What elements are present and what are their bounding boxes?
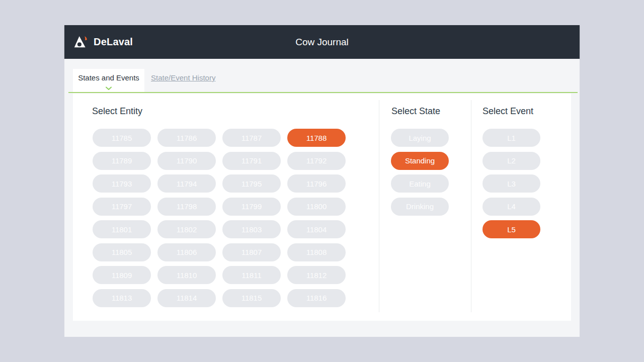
event-button-l5[interactable]: L5 <box>482 220 540 238</box>
state-button-standing[interactable]: Standing <box>391 152 449 170</box>
entity-button-11804[interactable]: 11804 <box>287 220 346 238</box>
event-button-l1[interactable]: L1 <box>482 129 540 147</box>
entity-button-11790[interactable]: 11790 <box>157 152 216 170</box>
entity-button-11815[interactable]: 11815 <box>222 289 281 307</box>
state-button-eating[interactable]: Eating <box>391 174 449 193</box>
entity-button-11810[interactable]: 11810 <box>157 266 216 284</box>
entity-button-11791[interactable]: 11791 <box>222 152 281 170</box>
state-button-drinking[interactable]: Drinking <box>391 198 449 216</box>
column-divider <box>471 100 471 312</box>
entity-grid: 1178511786117871178811789117901179111792… <box>93 129 346 307</box>
entity-button-11813[interactable]: 11813 <box>93 289 151 307</box>
entity-button-11814[interactable]: 11814 <box>157 289 216 307</box>
entity-button-11794[interactable]: 11794 <box>157 174 216 193</box>
entity-button-11803[interactable]: 11803 <box>222 220 281 238</box>
tab-bar: States and Events State/Event History <box>64 59 580 93</box>
entity-button-11802[interactable]: 11802 <box>157 220 216 238</box>
app-window: DeLaval Cow Journal States and Events St… <box>64 25 580 337</box>
column-divider <box>379 100 379 312</box>
state-button-laying[interactable]: Laying <box>391 129 449 147</box>
content-card: Select Entity 11785117861178711788117891… <box>73 94 571 321</box>
entity-button-11812[interactable]: 11812 <box>287 266 346 284</box>
entity-button-11788[interactable]: 11788 <box>287 129 346 147</box>
tab-underline <box>68 92 578 93</box>
chevron-down-icon <box>73 83 144 93</box>
select-event-title: Select Event <box>482 106 533 117</box>
entity-button-11816[interactable]: 11816 <box>287 289 346 307</box>
entity-button-11799[interactable]: 11799 <box>222 198 281 216</box>
entity-button-11786[interactable]: 11786 <box>157 129 216 147</box>
entity-button-11809[interactable]: 11809 <box>93 266 151 284</box>
entity-button-11787[interactable]: 11787 <box>222 129 281 147</box>
state-list: LayingStandingEatingDrinking <box>391 129 449 216</box>
entity-button-11797[interactable]: 11797 <box>93 198 151 216</box>
entity-button-11811[interactable]: 11811 <box>222 266 281 284</box>
select-entity-title: Select Entity <box>92 106 142 117</box>
event-list: L1L2L3L4L5 <box>482 129 540 238</box>
app-header: DeLaval Cow Journal <box>64 25 580 59</box>
entity-button-11785[interactable]: 11785 <box>93 129 151 147</box>
entity-button-11796[interactable]: 11796 <box>287 174 346 193</box>
entity-button-11792[interactable]: 11792 <box>287 152 346 170</box>
entity-button-11806[interactable]: 11806 <box>157 243 216 261</box>
event-button-l2[interactable]: L2 <box>482 152 540 170</box>
entity-button-11801[interactable]: 11801 <box>93 220 151 238</box>
select-state-title: Select State <box>391 106 440 117</box>
entity-button-11798[interactable]: 11798 <box>157 198 216 216</box>
entity-button-11800[interactable]: 11800 <box>287 198 346 216</box>
tab-state-event-history[interactable]: State/Event History <box>151 73 215 82</box>
entity-button-11805[interactable]: 11805 <box>93 243 151 261</box>
tab-label: States and Events <box>73 73 144 82</box>
entity-button-11795[interactable]: 11795 <box>222 174 281 193</box>
page-title: Cow Journal <box>64 37 580 48</box>
event-button-l4[interactable]: L4 <box>482 198 540 216</box>
entity-button-11793[interactable]: 11793 <box>93 174 151 193</box>
entity-button-11808[interactable]: 11808 <box>287 243 346 261</box>
entity-button-11807[interactable]: 11807 <box>222 243 281 261</box>
event-button-l3[interactable]: L3 <box>482 174 540 193</box>
tab-states-and-events[interactable]: States and Events <box>73 69 144 93</box>
entity-button-11789[interactable]: 11789 <box>93 152 151 170</box>
